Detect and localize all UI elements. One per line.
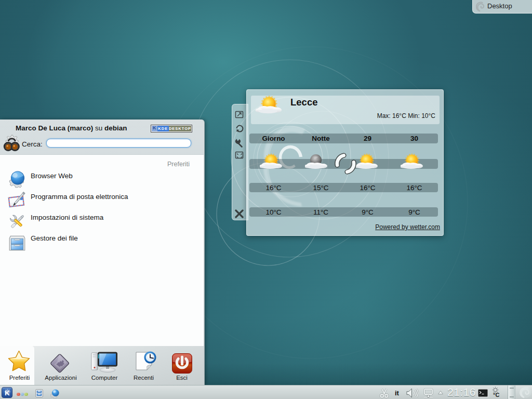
svg-text:K: K [5,389,10,397]
